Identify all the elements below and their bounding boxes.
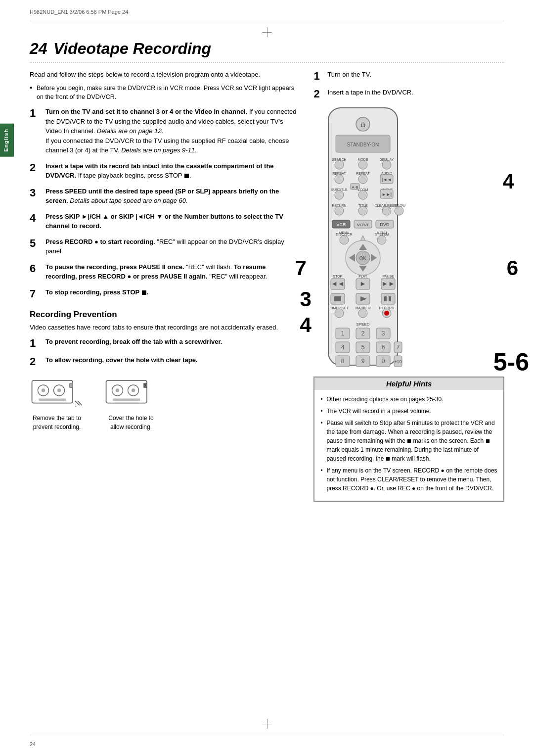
cassette-svg-1: ↓ [30, 375, 84, 411]
svg-text:STOP: STOP [333, 275, 343, 278]
right-step-2: 2 Insert a tape in the DVD/VCR. [313, 88, 504, 100]
step-num-2: 2 [30, 162, 41, 174]
svg-point-4 [57, 388, 61, 392]
footer-page-number: 24 [30, 741, 36, 747]
svg-text:VCR/T: VCR/T [357, 223, 369, 227]
step7-bold: To stop recording, press STOP . [45, 288, 148, 296]
step-num-7: 7 [30, 288, 41, 300]
stop-icon-hint [407, 439, 411, 443]
crosshair-top [262, 27, 272, 37]
step2-text: If tape playback begins, press STOP . [78, 172, 191, 179]
rp-step-2: 2 To allow recording, cover the hole wit… [30, 355, 299, 368]
helpful-hints-title: Helpful Hints [314, 378, 503, 390]
overlay-4-bottom: 4 [300, 313, 311, 337]
svg-text:4: 4 [341, 344, 345, 351]
svg-text:5: 5 [361, 344, 365, 351]
step-6: 6 To pause the recording, press PAUSE II… [30, 262, 299, 282]
cassette-svg-2 [104, 375, 158, 411]
svg-point-40 [335, 190, 344, 199]
recording-prevention-title: Recording Prevention [30, 310, 299, 320]
svg-text:PLAY: PLAY [359, 275, 368, 278]
step-content-2: Insert a tape with its record tab intact… [45, 161, 299, 181]
svg-point-62 [340, 236, 349, 244]
overlay-4-top: 4 [503, 170, 514, 193]
svg-rect-84 [334, 296, 341, 301]
cassette-item-1: ↓ Remove the tab to prevent recording. [30, 375, 84, 431]
svg-point-53 [395, 206, 403, 215]
cassette-label-2: Cover the hole to allow recording. [104, 414, 158, 431]
rp-step-content-1: To prevent recording, break off the tab … [45, 337, 299, 347]
svg-point-93 [335, 309, 344, 318]
step3-italic: Details about tape speed are on page 60. [70, 197, 188, 204]
svg-text:⏻: ⏻ [360, 122, 365, 128]
page-footer: 24 [30, 741, 504, 747]
step5-bold: Press RECORD ● to start recording. [45, 238, 155, 245]
rp-step2-bold: To allow recording, cover the hole with … [45, 356, 198, 364]
step-3: 3 Press SPEED until the desired tape spe… [30, 187, 299, 206]
footer-line [30, 736, 504, 736]
overlay-56: 5-6 [493, 348, 529, 377]
step-content-1: Turn on the TV and set it to channel 3 o… [45, 107, 299, 155]
svg-point-50 [335, 206, 344, 215]
right-column: 1 Turn on the TV. 2 Insert a tape in the… [313, 70, 504, 502]
main-content: 24 Videotape Recording Read and follow t… [30, 40, 504, 726]
svg-text:+10: +10 [395, 359, 402, 364]
step-5: 5 Press RECORD ● to start recording. "RE… [30, 237, 299, 256]
svg-text:|◄◄: |◄◄ [382, 177, 392, 182]
step4-bold: Press SKIP ►|/CH ▲ or SKIP |◄/CH ▼ or th… [45, 213, 283, 230]
page-number: 24 [30, 40, 51, 57]
step-content-7: To stop recording, press STOP . [45, 287, 299, 297]
svg-text:SPEED: SPEED [356, 322, 370, 327]
hint-3: Pause will switch to Stop after 5 minute… [320, 419, 497, 463]
svg-text:◄◄: ◄◄ [331, 280, 345, 287]
remote-svg: ⏻ STANDBY·ON SEARCH MODE DISPLAY REPEAT … [313, 105, 412, 368]
svg-text:►: ► [359, 280, 366, 287]
svg-text:VCR: VCR [337, 222, 347, 227]
svg-text:►►: ►► [382, 280, 396, 287]
svg-point-28 [358, 160, 367, 169]
step1-bold: Turn on the TV and set it to channel 3 o… [45, 108, 247, 115]
rp-step-num-2: 2 [30, 356, 41, 368]
remote-area: 4 7 3 4 6 5-6 ⏻ [313, 105, 504, 369]
helpful-hints: Helpful Hints Other recording options ar… [313, 377, 504, 502]
bullet-text: Before you begin, make sure the DVD/VCR … [30, 84, 299, 102]
rp-step1-bold: To prevent recording, break off the tab … [45, 338, 222, 345]
svg-point-2 [42, 388, 45, 392]
page-header: H982NUD_EN1 3/2/06 6:56 PM Page 24 [30, 9, 504, 15]
right-step-text-1: Turn on the TV. [327, 70, 371, 80]
english-tab: English [0, 124, 14, 157]
header-line [30, 20, 504, 20]
step-num-4: 4 [30, 212, 41, 224]
step-1: 1 Turn on the TV and set it to channel 3… [30, 107, 299, 155]
svg-point-27 [335, 160, 344, 169]
page-title: Videotape Recording [53, 40, 211, 57]
title-dots [30, 62, 504, 63]
left-column: Read and follow the steps below to recor… [30, 70, 299, 502]
svg-rect-88 [384, 296, 387, 301]
step-content-4: Press SKIP ►|/CH ▲ or SKIP |◄/CH ▼ or th… [45, 212, 299, 231]
svg-text:8: 8 [341, 358, 345, 365]
crosshair-bottom [262, 719, 272, 729]
svg-text:STANDBY·ON: STANDBY·ON [347, 142, 379, 147]
step-num-6: 6 [30, 263, 41, 275]
svg-point-96 [384, 311, 389, 316]
stop-icon [184, 174, 189, 178]
svg-point-34 [358, 175, 367, 184]
svg-text:A-B: A-B [352, 185, 358, 189]
overlay-3: 3 [300, 287, 311, 311]
step-7: 7 To stop recording, press STOP . [30, 287, 299, 300]
svg-point-41 [358, 190, 367, 199]
svg-point-33 [335, 175, 344, 184]
step-content-6: To pause the recording, press PAUSE II o… [45, 262, 299, 282]
svg-text:OK: OK [359, 256, 367, 261]
svg-text:7: 7 [397, 344, 400, 351]
svg-text:MENU: MENU [377, 231, 387, 235]
step6-bold: To pause the recording, press PAUSE II o… [45, 263, 184, 271]
svg-point-52 [382, 206, 391, 215]
page-title-area: 24 Videotape Recording [30, 40, 504, 58]
recording-prevention-text: Video cassettes have record tabs to ensu… [30, 323, 299, 332]
svg-text:9: 9 [361, 358, 365, 365]
stop-icon-hint2 [486, 439, 490, 443]
svg-rect-89 [389, 296, 391, 301]
svg-rect-5 [39, 398, 66, 401]
